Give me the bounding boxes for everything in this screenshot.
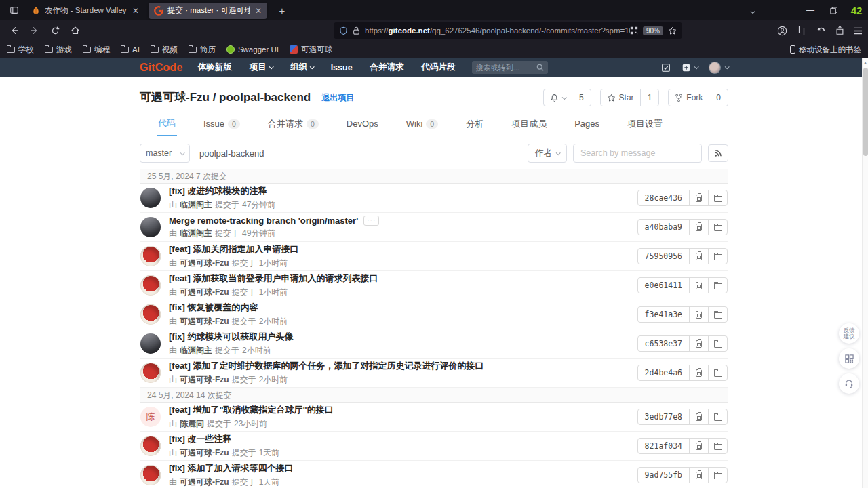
menu-icon[interactable] <box>854 27 863 35</box>
global-search[interactable] <box>472 61 548 74</box>
commit-author-link[interactable]: 可遇可球-Fzu <box>180 316 229 327</box>
browse-files-button[interactable] <box>708 307 727 322</box>
tab-settings[interactable]: 项目设置 <box>626 113 664 136</box>
page-scrollbar[interactable]: ▲ <box>862 58 868 488</box>
copy-sha-button[interactable] <box>689 439 708 453</box>
notification-count[interactable]: 5 <box>572 89 591 106</box>
star-button[interactable]: Star <box>601 89 640 106</box>
browse-files-button[interactable] <box>708 190 727 205</box>
browse-files-button[interactable] <box>708 278 727 293</box>
feedback-button[interactable]: 反馈建议 <box>839 323 859 344</box>
new-tab-button[interactable]: + <box>274 2 290 18</box>
restore-window-button[interactable] <box>822 0 845 20</box>
share-extension-icon[interactable] <box>835 26 844 35</box>
avatar[interactable] <box>140 217 161 237</box>
copy-sha-button[interactable] <box>689 249 708 264</box>
home-icon[interactable] <box>66 22 84 39</box>
list-tabs-icon[interactable] <box>751 4 754 16</box>
copy-sha-button[interactable] <box>689 278 708 293</box>
screenshot-crop-icon[interactable] <box>797 26 806 35</box>
copy-sha-button[interactable] <box>689 190 708 205</box>
close-tab-icon[interactable]: ✕ <box>132 6 139 16</box>
commit-title-link[interactable]: [fix] 约球模块可以获取用户头像 <box>169 331 293 343</box>
tab-merge-requests[interactable]: 合并请求0 <box>267 113 320 136</box>
zoom-level-badge[interactable]: 90% <box>643 26 663 35</box>
nav-snippets[interactable]: 代码片段 <box>422 62 456 73</box>
bookmark-folder[interactable]: 编程 <box>83 45 110 55</box>
mobile-bookmarks[interactable]: 移动设备上的书签 <box>790 45 861 55</box>
browse-files-button[interactable] <box>708 468 727 483</box>
commit-author-link[interactable]: 陈麓同 <box>180 418 204 430</box>
global-search-input[interactable] <box>476 64 536 72</box>
commit-title-link[interactable]: [fix] 恢复被覆盖的内容 <box>169 302 258 314</box>
star-count[interactable]: 1 <box>640 89 659 106</box>
avatar[interactable] <box>140 333 161 354</box>
commit-sha-button[interactable]: a40baba9 <box>638 220 689 235</box>
copy-sha-button[interactable] <box>689 468 708 483</box>
commit-sha-button[interactable]: f3e41a3e <box>638 307 689 322</box>
commit-title-link[interactable]: Merge remote-tracking branch 'origin/mas… <box>169 216 358 226</box>
bookmark-folder[interactable]: 视频 <box>151 45 178 55</box>
tab-analytics[interactable]: 分析 <box>465 113 485 136</box>
commit-author-link[interactable]: 可遇可球-Fzu <box>180 447 229 459</box>
copy-sha-button[interactable] <box>689 220 708 235</box>
copy-sha-button[interactable] <box>689 307 708 322</box>
browse-files-button[interactable] <box>708 336 727 351</box>
commit-sha-button[interactable]: 2d4be4a6 <box>638 365 689 380</box>
browser-tab-gitcode[interactable]: 提交 · master · 可遇可球-Fzu / ✕ <box>149 3 267 19</box>
commit-message-search-input[interactable] <box>573 144 702 163</box>
avatar[interactable] <box>140 304 161 325</box>
tab-devops[interactable]: DevOps <box>345 113 380 136</box>
breadcrumb[interactable]: poolpal-backend <box>199 148 264 159</box>
commit-sha-button[interactable]: 75950956 <box>638 249 689 264</box>
bookmark-poolpal[interactable]: 可遇可球 <box>290 45 332 55</box>
commit-sha-button[interactable]: 3edb77e8 <box>638 409 689 424</box>
tab-issue[interactable]: Issue0 <box>202 113 241 136</box>
commit-sha-button[interactable]: 28cae436 <box>638 190 689 205</box>
support-button[interactable] <box>839 373 859 394</box>
copy-sha-button[interactable] <box>689 409 708 424</box>
commit-title-link[interactable]: [fix] 改进约球模块的注释 <box>169 185 267 197</box>
user-menu[interactable] <box>709 62 728 74</box>
commit-title-link[interactable]: [fix] 添加了加入请求等四个接口 <box>169 462 293 474</box>
fork-button[interactable]: Fork <box>669 89 709 106</box>
author-filter-button[interactable]: 作者 <box>528 144 567 163</box>
lock-icon[interactable] <box>353 26 360 35</box>
browse-files-button[interactable] <box>708 439 727 453</box>
commit-sha-button[interactable]: c6538e37 <box>638 336 689 351</box>
browse-files-button[interactable] <box>708 365 727 380</box>
browse-files-button[interactable] <box>708 409 727 424</box>
avatar[interactable] <box>140 246 161 266</box>
close-tab-icon[interactable]: ✕ <box>255 6 262 16</box>
avatar[interactable] <box>140 465 161 485</box>
exit-project-link[interactable]: 退出项目 <box>321 92 354 104</box>
commit-title-link[interactable]: [feat] 添加获取当前登录用户申请加入的请求列表接口 <box>169 272 378 285</box>
tab-wiki[interactable]: Wiki0 <box>405 113 439 136</box>
tab-pages[interactable]: Pages <box>573 113 601 136</box>
nav-organizations[interactable]: 组织 <box>290 62 313 73</box>
commit-author-link[interactable]: 临渊阁主 <box>180 345 212 357</box>
fork-count[interactable]: 0 <box>709 89 728 106</box>
qr-code-button[interactable] <box>839 348 859 369</box>
avatar[interactable] <box>140 363 161 383</box>
nav-new-version[interactable]: 体验新版 <box>198 62 232 73</box>
minimize-button[interactable]: — <box>799 0 822 20</box>
commit-author-link[interactable]: 临渊阁主 <box>180 228 212 239</box>
back-icon[interactable] <box>5 22 23 39</box>
firefox-view-icon[interactable] <box>5 3 23 18</box>
commit-sha-button[interactable]: e0e61411 <box>638 278 689 293</box>
commit-title-link[interactable]: [feat] 添加了定时维护数据库的两个任务，添加了对指定历史记录进行评价的接口 <box>169 360 484 372</box>
avatar[interactable] <box>140 275 161 296</box>
copy-sha-button[interactable] <box>689 336 708 351</box>
create-new-button[interactable] <box>682 63 698 73</box>
commit-author-link[interactable]: 可遇可球-Fzu <box>180 287 229 298</box>
commit-sha-button[interactable]: 821af034 <box>638 439 689 453</box>
commit-author-link[interactable]: 可遇可球-Fzu <box>180 476 229 488</box>
tab-members[interactable]: 项目成员 <box>510 113 548 136</box>
scroll-up-arrow[interactable]: ▲ <box>863 58 868 66</box>
branch-selector[interactable]: master <box>140 144 190 163</box>
browse-files-button[interactable] <box>708 249 727 264</box>
commit-title-link[interactable]: [fix] 改一些注释 <box>169 433 231 445</box>
browse-files-button[interactable] <box>708 220 727 235</box>
account-icon[interactable] <box>777 26 787 36</box>
